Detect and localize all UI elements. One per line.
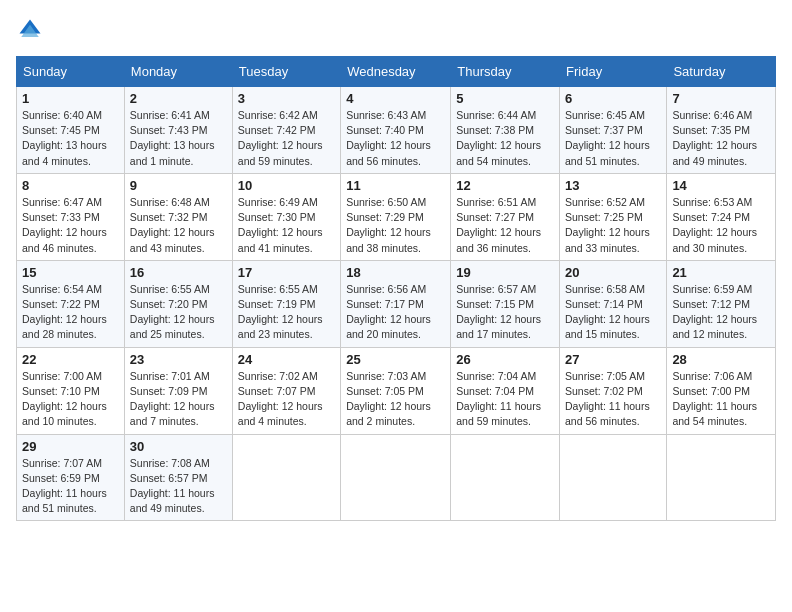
calendar-cell: 16Sunrise: 6:55 AM Sunset: 7:20 PM Dayli…: [124, 260, 232, 347]
day-number: 11: [346, 178, 445, 193]
logo: [16, 16, 48, 44]
day-number: 16: [130, 265, 227, 280]
calendar-cell: 1Sunrise: 6:40 AM Sunset: 7:45 PM Daylig…: [17, 87, 125, 174]
day-number: 2: [130, 91, 227, 106]
calendar-cell: [667, 434, 776, 521]
col-header-tuesday: Tuesday: [232, 57, 340, 87]
calendar-cell: 17Sunrise: 6:55 AM Sunset: 7:19 PM Dayli…: [232, 260, 340, 347]
day-number: 27: [565, 352, 661, 367]
col-header-thursday: Thursday: [451, 57, 560, 87]
calendar-cell: 22Sunrise: 7:00 AM Sunset: 7:10 PM Dayli…: [17, 347, 125, 434]
col-header-wednesday: Wednesday: [341, 57, 451, 87]
calendar-cell: 6Sunrise: 6:45 AM Sunset: 7:37 PM Daylig…: [560, 87, 667, 174]
day-number: 30: [130, 439, 227, 454]
calendar-cell: 18Sunrise: 6:56 AM Sunset: 7:17 PM Dayli…: [341, 260, 451, 347]
col-header-sunday: Sunday: [17, 57, 125, 87]
day-number: 12: [456, 178, 554, 193]
calendar-cell: 7Sunrise: 6:46 AM Sunset: 7:35 PM Daylig…: [667, 87, 776, 174]
day-number: 22: [22, 352, 119, 367]
calendar-cell: [451, 434, 560, 521]
day-info: Sunrise: 6:59 AM Sunset: 7:12 PM Dayligh…: [672, 282, 770, 343]
week-row-5: 29Sunrise: 7:07 AM Sunset: 6:59 PM Dayli…: [17, 434, 776, 521]
calendar-cell: 14Sunrise: 6:53 AM Sunset: 7:24 PM Dayli…: [667, 173, 776, 260]
day-info: Sunrise: 6:40 AM Sunset: 7:45 PM Dayligh…: [22, 108, 119, 169]
calendar-cell: 3Sunrise: 6:42 AM Sunset: 7:42 PM Daylig…: [232, 87, 340, 174]
day-info: Sunrise: 7:01 AM Sunset: 7:09 PM Dayligh…: [130, 369, 227, 430]
calendar-cell: 19Sunrise: 6:57 AM Sunset: 7:15 PM Dayli…: [451, 260, 560, 347]
day-info: Sunrise: 6:41 AM Sunset: 7:43 PM Dayligh…: [130, 108, 227, 169]
day-number: 20: [565, 265, 661, 280]
calendar-cell: 13Sunrise: 6:52 AM Sunset: 7:25 PM Dayli…: [560, 173, 667, 260]
day-info: Sunrise: 6:51 AM Sunset: 7:27 PM Dayligh…: [456, 195, 554, 256]
day-number: 29: [22, 439, 119, 454]
calendar-cell: [560, 434, 667, 521]
day-number: 18: [346, 265, 445, 280]
day-info: Sunrise: 7:07 AM Sunset: 6:59 PM Dayligh…: [22, 456, 119, 517]
day-number: 15: [22, 265, 119, 280]
day-info: Sunrise: 6:48 AM Sunset: 7:32 PM Dayligh…: [130, 195, 227, 256]
day-number: 19: [456, 265, 554, 280]
calendar-cell: [232, 434, 340, 521]
day-number: 6: [565, 91, 661, 106]
calendar-cell: 23Sunrise: 7:01 AM Sunset: 7:09 PM Dayli…: [124, 347, 232, 434]
calendar-cell: 27Sunrise: 7:05 AM Sunset: 7:02 PM Dayli…: [560, 347, 667, 434]
day-info: Sunrise: 7:02 AM Sunset: 7:07 PM Dayligh…: [238, 369, 335, 430]
day-info: Sunrise: 6:49 AM Sunset: 7:30 PM Dayligh…: [238, 195, 335, 256]
col-header-saturday: Saturday: [667, 57, 776, 87]
day-info: Sunrise: 7:05 AM Sunset: 7:02 PM Dayligh…: [565, 369, 661, 430]
day-info: Sunrise: 7:00 AM Sunset: 7:10 PM Dayligh…: [22, 369, 119, 430]
week-row-3: 15Sunrise: 6:54 AM Sunset: 7:22 PM Dayli…: [17, 260, 776, 347]
calendar-cell: 5Sunrise: 6:44 AM Sunset: 7:38 PM Daylig…: [451, 87, 560, 174]
day-number: 26: [456, 352, 554, 367]
day-number: 10: [238, 178, 335, 193]
day-number: 5: [456, 91, 554, 106]
day-info: Sunrise: 6:53 AM Sunset: 7:24 PM Dayligh…: [672, 195, 770, 256]
calendar-cell: 20Sunrise: 6:58 AM Sunset: 7:14 PM Dayli…: [560, 260, 667, 347]
day-info: Sunrise: 6:58 AM Sunset: 7:14 PM Dayligh…: [565, 282, 661, 343]
day-info: Sunrise: 6:44 AM Sunset: 7:38 PM Dayligh…: [456, 108, 554, 169]
calendar-cell: 10Sunrise: 6:49 AM Sunset: 7:30 PM Dayli…: [232, 173, 340, 260]
day-info: Sunrise: 6:55 AM Sunset: 7:20 PM Dayligh…: [130, 282, 227, 343]
calendar-cell: 24Sunrise: 7:02 AM Sunset: 7:07 PM Dayli…: [232, 347, 340, 434]
day-info: Sunrise: 6:52 AM Sunset: 7:25 PM Dayligh…: [565, 195, 661, 256]
week-row-2: 8Sunrise: 6:47 AM Sunset: 7:33 PM Daylig…: [17, 173, 776, 260]
calendar-cell: 21Sunrise: 6:59 AM Sunset: 7:12 PM Dayli…: [667, 260, 776, 347]
calendar-cell: 29Sunrise: 7:07 AM Sunset: 6:59 PM Dayli…: [17, 434, 125, 521]
logo-icon: [16, 16, 44, 44]
day-number: 28: [672, 352, 770, 367]
calendar-cell: 30Sunrise: 7:08 AM Sunset: 6:57 PM Dayli…: [124, 434, 232, 521]
day-info: Sunrise: 6:45 AM Sunset: 7:37 PM Dayligh…: [565, 108, 661, 169]
day-number: 7: [672, 91, 770, 106]
day-info: Sunrise: 7:04 AM Sunset: 7:04 PM Dayligh…: [456, 369, 554, 430]
calendar-cell: 15Sunrise: 6:54 AM Sunset: 7:22 PM Dayli…: [17, 260, 125, 347]
day-number: 1: [22, 91, 119, 106]
day-info: Sunrise: 6:42 AM Sunset: 7:42 PM Dayligh…: [238, 108, 335, 169]
day-number: 21: [672, 265, 770, 280]
day-info: Sunrise: 7:03 AM Sunset: 7:05 PM Dayligh…: [346, 369, 445, 430]
week-row-4: 22Sunrise: 7:00 AM Sunset: 7:10 PM Dayli…: [17, 347, 776, 434]
day-number: 13: [565, 178, 661, 193]
day-number: 14: [672, 178, 770, 193]
day-info: Sunrise: 6:46 AM Sunset: 7:35 PM Dayligh…: [672, 108, 770, 169]
page-header: [16, 16, 776, 44]
calendar-cell: 8Sunrise: 6:47 AM Sunset: 7:33 PM Daylig…: [17, 173, 125, 260]
day-number: 8: [22, 178, 119, 193]
calendar-cell: 25Sunrise: 7:03 AM Sunset: 7:05 PM Dayli…: [341, 347, 451, 434]
calendar-cell: [341, 434, 451, 521]
calendar-cell: 26Sunrise: 7:04 AM Sunset: 7:04 PM Dayli…: [451, 347, 560, 434]
day-number: 3: [238, 91, 335, 106]
day-info: Sunrise: 6:47 AM Sunset: 7:33 PM Dayligh…: [22, 195, 119, 256]
day-info: Sunrise: 7:06 AM Sunset: 7:00 PM Dayligh…: [672, 369, 770, 430]
calendar-cell: 28Sunrise: 7:06 AM Sunset: 7:00 PM Dayli…: [667, 347, 776, 434]
day-number: 9: [130, 178, 227, 193]
calendar-cell: 4Sunrise: 6:43 AM Sunset: 7:40 PM Daylig…: [341, 87, 451, 174]
day-info: Sunrise: 6:57 AM Sunset: 7:15 PM Dayligh…: [456, 282, 554, 343]
day-number: 4: [346, 91, 445, 106]
day-number: 23: [130, 352, 227, 367]
col-header-friday: Friday: [560, 57, 667, 87]
calendar-cell: 11Sunrise: 6:50 AM Sunset: 7:29 PM Dayli…: [341, 173, 451, 260]
day-number: 17: [238, 265, 335, 280]
day-number: 24: [238, 352, 335, 367]
day-info: Sunrise: 7:08 AM Sunset: 6:57 PM Dayligh…: [130, 456, 227, 517]
day-info: Sunrise: 6:43 AM Sunset: 7:40 PM Dayligh…: [346, 108, 445, 169]
